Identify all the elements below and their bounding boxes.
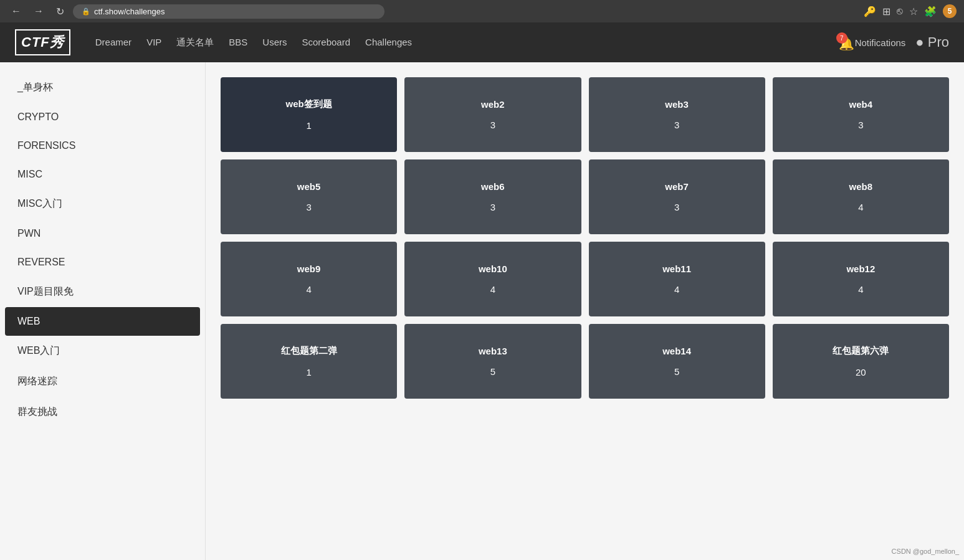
challenge-card[interactable]: web43 bbox=[773, 77, 949, 152]
bell-icon-wrap: 🔔 7 bbox=[839, 36, 851, 49]
card-score: 4 bbox=[858, 284, 863, 295]
watermark: CSDN @god_mellon_ bbox=[892, 548, 959, 555]
sidebar-item-qun[interactable]: 群友挑战 bbox=[0, 397, 205, 427]
card-score: 5 bbox=[674, 366, 679, 377]
site-logo: CTF秀 bbox=[15, 29, 70, 55]
main-nav: Dreamer VIP 通关名单 BBS Users Scoreboard Ch… bbox=[95, 37, 819, 49]
notifications-button[interactable]: 🔔 7 Notifications bbox=[839, 36, 906, 49]
notifications-label: Notifications bbox=[855, 37, 906, 48]
site-header: CTF秀 Dreamer VIP 通关名单 BBS Users Scoreboa… bbox=[0, 22, 964, 62]
back-button[interactable]: ← bbox=[7, 4, 25, 18]
card-score: 1 bbox=[306, 120, 311, 131]
nav-challenges[interactable]: Challenges bbox=[365, 37, 412, 49]
sidebar: _单身杯 CRYPTO FORENSICS MISC MISC入门 PWN RE… bbox=[0, 62, 206, 560]
card-title: web2 bbox=[481, 99, 505, 110]
sidebar-item-web-intro[interactable]: WEB入门 bbox=[0, 336, 205, 366]
card-title: web签到题 bbox=[286, 98, 332, 110]
challenge-card[interactable]: web135 bbox=[404, 324, 581, 399]
challenge-card[interactable]: web签到题1 bbox=[221, 77, 397, 152]
nav-scoreboard[interactable]: Scoreboard bbox=[302, 37, 351, 49]
card-title: web4 bbox=[849, 99, 873, 110]
card-title: web5 bbox=[297, 181, 321, 192]
sidebar-item-reverse[interactable]: REVERSE bbox=[0, 248, 205, 277]
card-title: web11 bbox=[662, 263, 691, 274]
card-score: 3 bbox=[858, 120, 863, 130]
challenge-card[interactable]: 红包题第二弹1 bbox=[221, 324, 397, 399]
extension-wrapper: 5 bbox=[943, 4, 957, 18]
main-layout: _单身杯 CRYPTO FORENSICS MISC MISC入门 PWN RE… bbox=[0, 62, 964, 560]
nav-tongguan[interactable]: 通关名单 bbox=[176, 37, 214, 49]
challenge-card[interactable]: web63 bbox=[404, 159, 581, 234]
challenge-card[interactable]: web33 bbox=[589, 77, 765, 152]
sidebar-item-misc-intro[interactable]: MISC入门 bbox=[0, 189, 205, 219]
card-title: web9 bbox=[297, 263, 321, 274]
card-score: 4 bbox=[858, 202, 863, 212]
card-score: 4 bbox=[674, 284, 679, 295]
nav-users[interactable]: Users bbox=[262, 37, 287, 49]
challenge-card[interactable]: web94 bbox=[221, 242, 397, 316]
nav-bbs[interactable]: BBS bbox=[229, 37, 247, 49]
card-title: web8 bbox=[849, 181, 873, 192]
sidebar-item-vip-free[interactable]: VIP题目限免 bbox=[0, 277, 205, 307]
challenge-card[interactable]: web73 bbox=[589, 159, 765, 234]
reload-button[interactable]: ↻ bbox=[52, 4, 68, 19]
card-score: 3 bbox=[306, 202, 311, 212]
card-score: 3 bbox=[490, 120, 495, 130]
card-title: web12 bbox=[846, 263, 875, 274]
card-score: 3 bbox=[674, 120, 679, 130]
notification-badge: 7 bbox=[836, 32, 847, 44]
sidebar-item-wanglu[interactable]: 网络迷踪 bbox=[0, 366, 205, 397]
challenge-card[interactable]: web53 bbox=[221, 159, 397, 234]
sidebar-item-danshen[interactable]: _单身杯 bbox=[0, 72, 205, 103]
sidebar-item-crypto[interactable]: CRYPTO bbox=[0, 103, 205, 131]
card-title: web6 bbox=[481, 181, 505, 192]
profile-icon: 5 bbox=[943, 4, 957, 18]
content-area: web签到题1web23web33web43web53web63web73web… bbox=[206, 62, 964, 560]
challenge-card[interactable]: 红包题第六弹20 bbox=[773, 324, 949, 399]
key-icon: 🔑 bbox=[864, 6, 876, 17]
card-title: web7 bbox=[665, 181, 689, 192]
forward-button[interactable]: → bbox=[30, 4, 47, 18]
nav-vip[interactable]: VIP bbox=[146, 37, 161, 49]
sidebar-item-misc[interactable]: MISC bbox=[0, 160, 205, 189]
sidebar-item-forensics[interactable]: FORENSICS bbox=[0, 131, 205, 160]
card-title: web3 bbox=[665, 99, 689, 110]
user-icon: ● Pro bbox=[915, 34, 949, 50]
card-title: web13 bbox=[479, 346, 507, 356]
sidebar-item-pwn[interactable]: PWN bbox=[0, 219, 205, 248]
profile-button[interactable]: ● Pro bbox=[915, 34, 949, 50]
translate-icon: ⊞ bbox=[882, 6, 890, 17]
card-score: 3 bbox=[674, 202, 679, 212]
card-score: 4 bbox=[490, 284, 495, 295]
nav-dreamer[interactable]: Dreamer bbox=[95, 37, 131, 49]
card-score: 5 bbox=[490, 366, 495, 377]
card-title: web14 bbox=[662, 346, 691, 356]
url-text: ctf.show/challenges bbox=[94, 7, 165, 16]
challenge-grid: web签到题1web23web33web43web53web63web73web… bbox=[221, 77, 949, 399]
card-title: web10 bbox=[479, 263, 507, 274]
challenge-card[interactable]: web145 bbox=[589, 324, 765, 399]
card-score: 3 bbox=[490, 202, 495, 212]
card-score: 1 bbox=[306, 367, 311, 377]
url-bar[interactable]: 🔒 ctf.show/challenges bbox=[73, 4, 384, 19]
challenge-card[interactable]: web84 bbox=[773, 159, 949, 234]
challenge-card[interactable]: web124 bbox=[773, 242, 949, 316]
card-score: 4 bbox=[306, 284, 311, 295]
browser-actions: 🔑 ⊞ ⎋ ☆ 🧩 5 bbox=[864, 4, 957, 18]
sidebar-item-web[interactable]: WEB bbox=[5, 307, 200, 336]
lock-icon: 🔒 bbox=[82, 7, 90, 16]
card-title: 红包题第二弹 bbox=[281, 345, 337, 357]
bookmark-icon: ☆ bbox=[909, 6, 918, 17]
share-icon: ⎋ bbox=[897, 6, 903, 17]
header-right: 🔔 7 Notifications ● Pro bbox=[839, 34, 949, 50]
card-title: 红包题第六弹 bbox=[833, 345, 889, 357]
browser-chrome: ← → ↻ 🔒 ctf.show/challenges 🔑 ⊞ ⎋ ☆ 🧩 5 bbox=[0, 0, 964, 22]
challenge-card[interactable]: web114 bbox=[589, 242, 765, 316]
challenge-card[interactable]: web104 bbox=[404, 242, 581, 316]
puzzle-icon: 🧩 bbox=[924, 6, 937, 17]
card-score: 20 bbox=[856, 367, 866, 377]
challenge-card[interactable]: web23 bbox=[404, 77, 581, 152]
